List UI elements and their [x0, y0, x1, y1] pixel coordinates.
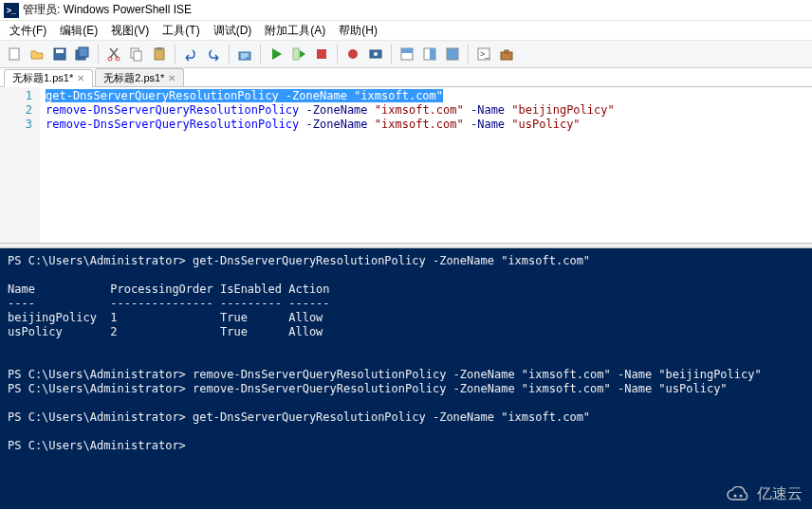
- toolbar-separator: [468, 45, 469, 64]
- code-line[interactable]: remove-DnsServerQueryResolutionPolicy -Z…: [46, 118, 806, 132]
- svg-point-27: [740, 494, 743, 497]
- watermark-text: 亿速云: [757, 484, 803, 504]
- run-button[interactable]: [266, 44, 286, 64]
- menubar: 文件(F) 编辑(E) 视图(V) 工具(T) 调试(D) 附加工具(A) 帮助…: [0, 21, 812, 40]
- code-line[interactable]: get-DnsServerQueryResolutionPolicy -Zone…: [46, 89, 806, 103]
- line-number: 3: [0, 118, 40, 132]
- close-icon[interactable]: ✕: [168, 73, 175, 83]
- svg-text:>_: >_: [480, 49, 490, 59]
- menu-view[interactable]: 视图(V): [105, 21, 155, 41]
- cloud-icon: [725, 486, 753, 503]
- titlebar: >_ 管理员: Windows PowerShell ISE: [0, 0, 812, 21]
- toolbar-separator: [98, 45, 99, 64]
- menu-debug[interactable]: 调试(D): [208, 21, 258, 41]
- saveall-button[interactable]: [72, 44, 93, 64]
- layout2-button[interactable]: [419, 44, 440, 64]
- toolbar: >_: [0, 40, 812, 68]
- remote-button[interactable]: [365, 44, 386, 64]
- clear-button[interactable]: [234, 44, 255, 64]
- powershell-icon: >_: [4, 3, 19, 18]
- svg-point-14: [348, 49, 358, 59]
- menu-help[interactable]: 帮助(H): [333, 21, 383, 41]
- svg-rect-12: [293, 48, 299, 60]
- tab-untitled2[interactable]: 无标题2.ps1* ✕: [95, 68, 184, 86]
- tab-untitled1[interactable]: 无标题1.ps1* ✕: [4, 69, 93, 87]
- svg-rect-8: [134, 51, 141, 61]
- commandpane-button[interactable]: >_: [473, 44, 494, 64]
- svg-point-26: [734, 494, 737, 497]
- breakpoint-button[interactable]: [342, 44, 363, 64]
- svg-rect-0: [9, 48, 19, 60]
- svg-rect-10: [157, 47, 162, 50]
- open-button[interactable]: [27, 44, 47, 64]
- svg-rect-20: [430, 48, 435, 60]
- code-area[interactable]: get-DnsServerQueryResolutionPolicy -Zone…: [40, 87, 812, 243]
- layout1-button[interactable]: [397, 44, 417, 64]
- svg-rect-4: [79, 47, 88, 57]
- svg-point-16: [374, 52, 378, 56]
- line-gutter: 1 2 3: [0, 87, 40, 243]
- menu-file[interactable]: 文件(F): [4, 21, 52, 41]
- toolbar-separator: [229, 45, 230, 64]
- line-number: 2: [0, 103, 40, 118]
- code-line[interactable]: remove-DnsServerQueryResolutionPolicy -Z…: [46, 103, 806, 118]
- menu-addons[interactable]: 附加工具(A): [259, 21, 331, 41]
- undo-button[interactable]: [180, 44, 201, 64]
- redo-button[interactable]: [203, 44, 224, 64]
- copy-button[interactable]: [126, 44, 147, 64]
- watermark: 亿速云: [725, 484, 803, 504]
- tab-label: 无标题1.ps1*: [12, 71, 73, 85]
- toolbox-button[interactable]: [496, 44, 517, 64]
- svg-rect-25: [505, 50, 508, 53]
- toolbar-separator: [391, 45, 392, 64]
- svg-rect-18: [401, 48, 413, 53]
- toolbar-separator: [260, 45, 261, 64]
- tab-label: 无标题2.ps1*: [103, 71, 164, 85]
- svg-rect-2: [56, 49, 64, 53]
- layout3-button[interactable]: [442, 44, 463, 64]
- toolbar-separator: [175, 45, 175, 64]
- new-button[interactable]: [4, 44, 25, 64]
- run-selection-button[interactable]: [288, 44, 309, 64]
- console-pane[interactable]: PS C:\Users\Administrator> get-DnsServer…: [0, 248, 812, 509]
- window-title: 管理员: Windows PowerShell ISE: [23, 2, 192, 18]
- stop-button[interactable]: [311, 44, 332, 64]
- toolbar-separator: [337, 45, 338, 64]
- save-button[interactable]: [49, 44, 70, 64]
- cut-button[interactable]: [103, 44, 124, 64]
- svg-rect-13: [317, 49, 326, 59]
- script-tabs: 无标题1.ps1* ✕ 无标题2.ps1* ✕: [0, 68, 812, 87]
- script-editor[interactable]: 1 2 3 get-DnsServerQueryResolutionPolicy…: [0, 87, 812, 243]
- menu-edit[interactable]: 编辑(E): [54, 21, 103, 41]
- menu-tools[interactable]: 工具(T): [157, 21, 205, 41]
- svg-rect-21: [447, 48, 458, 60]
- line-number: 1: [0, 89, 40, 103]
- paste-button[interactable]: [149, 44, 170, 64]
- close-icon[interactable]: ✕: [77, 73, 84, 83]
